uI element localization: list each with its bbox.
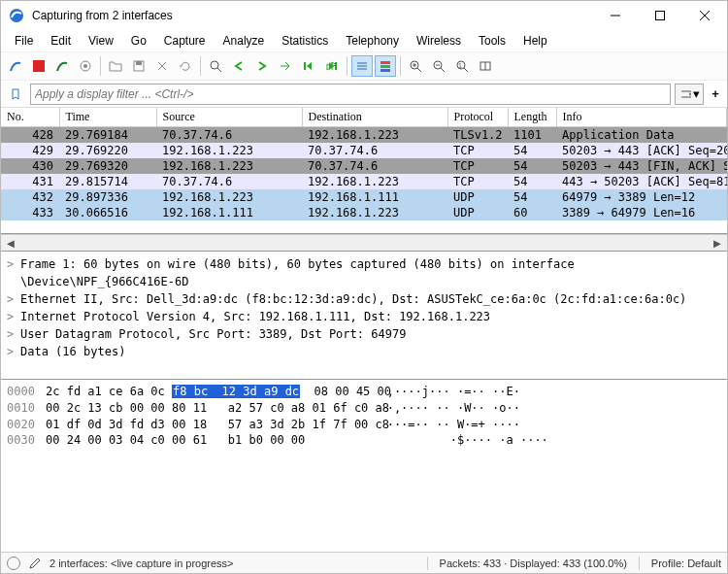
toolbar: 1 — [1, 51, 727, 81]
column-header[interactable]: Info — [556, 108, 727, 127]
chevron-right-icon[interactable]: > — [7, 325, 17, 343]
zoom-in-button[interactable] — [405, 55, 426, 77]
tree-item[interactable]: >Data (16 bytes) — [7, 343, 721, 360]
find-packet-button[interactable] — [205, 55, 226, 77]
window-controls — [593, 1, 727, 30]
svg-text:1: 1 — [458, 62, 462, 69]
menu-file[interactable]: File — [7, 32, 41, 50]
tree-item[interactable]: >Internet Protocol Version 4, Src: 192.1… — [7, 308, 721, 325]
open-file-button[interactable] — [105, 55, 126, 77]
svg-rect-21 — [381, 69, 390, 72]
menu-tools[interactable]: Tools — [471, 32, 513, 50]
zoom-out-button[interactable] — [428, 55, 449, 77]
expression-button[interactable]: ▾ — [675, 84, 704, 105]
menu-view[interactable]: View — [81, 32, 121, 50]
capture-options-button[interactable] — [75, 55, 96, 77]
filter-bar: ▾ + — [1, 81, 727, 108]
add-filter-button[interactable]: + — [708, 84, 723, 105]
hex-line[interactable]: 00002c fd a1 ce 6a 0c f8 bc 12 3d a9 dc … — [7, 384, 721, 400]
svg-line-30 — [464, 68, 468, 72]
titlebar: Capturing from 2 interfaces — [1, 1, 727, 30]
svg-rect-19 — [381, 61, 390, 64]
status-text: 2 interfaces: <live capture in progress> — [50, 557, 234, 569]
svg-point-12 — [211, 61, 218, 69]
profile-text[interactable]: Profile: Default — [651, 557, 721, 569]
first-packet-button[interactable] — [298, 55, 319, 77]
table-row[interactable]: 43229.897336192.168.1.223192.168.1.111UD… — [1, 189, 727, 205]
colorize-button[interactable] — [375, 55, 396, 77]
menu-capture[interactable]: Capture — [156, 32, 214, 50]
maximize-button[interactable] — [638, 1, 682, 30]
zoom-reset-button[interactable]: 1 — [451, 55, 473, 77]
menu-help[interactable]: Help — [515, 32, 555, 50]
tree-item[interactable]: >Ethernet II, Src: Dell_3d:a9:dc (f8:bc:… — [7, 290, 721, 308]
resize-columns-button[interactable] — [475, 55, 496, 77]
close-file-button[interactable] — [151, 55, 173, 77]
chevron-right-icon[interactable]: > — [7, 255, 17, 273]
expert-info-icon[interactable] — [7, 557, 20, 570]
hex-line[interactable]: 003000 24 00 03 04 c0 00 61 b1 b0 00 00 … — [7, 432, 721, 449]
chevron-right-icon[interactable]: > — [7, 343, 17, 360]
tree-item[interactable]: >Frame 1: 60 bytes on wire (480 bits), 6… — [7, 255, 721, 290]
column-header[interactable]: Time — [59, 108, 156, 127]
svg-rect-2 — [656, 12, 665, 20]
table-row[interactable]: 42829.76918470.37.74.6192.168.1.223TLSv1… — [1, 127, 727, 144]
table-row[interactable]: 43129.81571470.37.74.6192.168.1.223TCP54… — [1, 174, 727, 189]
statusbar: 2 interfaces: <live capture in progress>… — [1, 552, 727, 573]
save-file-button[interactable] — [128, 55, 149, 77]
svg-line-27 — [441, 68, 445, 72]
column-header[interactable]: Protocol — [447, 108, 508, 127]
hex-line[interactable]: 001000 2c 13 cb 00 00 80 11 a2 57 c0 a8 … — [7, 400, 721, 417]
svg-rect-5 — [33, 60, 45, 72]
menu-wireless[interactable]: Wireless — [409, 32, 469, 50]
prev-packet-button[interactable] — [228, 55, 249, 77]
go-to-packet-button[interactable] — [275, 55, 296, 77]
column-header[interactable]: Length — [508, 108, 556, 127]
svg-rect-9 — [136, 61, 142, 65]
packet-bytes-pane[interactable]: 00002c fd a1 ce 6a 0c f8 bc 12 3d a9 dc … — [1, 380, 727, 552]
autoscroll-button[interactable] — [351, 55, 373, 77]
packet-list-table[interactable]: No.TimeSourceDestinationProtocolLengthIn… — [1, 108, 727, 220]
menu-telephony[interactable]: Telephony — [338, 32, 407, 50]
table-row[interactable]: 43029.769320192.168.1.22370.37.74.6TCP54… — [1, 158, 727, 174]
svg-point-7 — [83, 64, 87, 68]
start-capture-button[interactable] — [5, 55, 26, 77]
close-button[interactable] — [682, 1, 727, 30]
menubar: FileEditViewGoCaptureAnalyzeStatisticsTe… — [1, 30, 727, 51]
window-title: Capturing from 2 interfaces — [32, 9, 593, 22]
packet-count-text: Packets: 433 · Displayed: 433 (100.0%) — [440, 557, 627, 569]
chevron-right-icon[interactable]: > — [7, 308, 17, 325]
table-row[interactable]: 42929.769220192.168.1.22370.37.74.6TCP54… — [1, 143, 727, 158]
svg-line-13 — [217, 68, 221, 72]
tree-item[interactable]: >User Datagram Protocol, Src Port: 3389,… — [7, 325, 721, 343]
svg-rect-20 — [381, 65, 390, 68]
horizontal-scrollbar[interactable]: ◄ ► — [1, 234, 727, 252]
restart-capture-button[interactable] — [51, 55, 73, 77]
next-packet-button[interactable] — [251, 55, 273, 77]
display-filter-input[interactable] — [30, 84, 671, 105]
stop-capture-button[interactable] — [28, 55, 50, 77]
packet-details-pane[interactable]: >Frame 1: 60 bytes on wire (480 bits), 6… — [1, 252, 727, 380]
menu-analyze[interactable]: Analyze — [215, 32, 273, 50]
scroll-left-icon[interactable]: ◄ — [3, 236, 18, 250]
menu-edit[interactable]: Edit — [43, 32, 79, 50]
column-header[interactable]: Destination — [302, 108, 447, 127]
minimize-button[interactable] — [593, 1, 638, 30]
svg-line-23 — [417, 68, 421, 72]
menu-go[interactable]: Go — [123, 32, 154, 50]
app-icon — [9, 8, 24, 23]
reload-button[interactable] — [175, 55, 196, 77]
edit-icon[interactable] — [28, 557, 42, 570]
chevron-right-icon[interactable]: > — [7, 290, 17, 308]
table-row[interactable]: 43330.066516192.168.1.111192.168.1.223UD… — [1, 205, 727, 220]
menu-statistics[interactable]: Statistics — [274, 32, 336, 50]
bookmark-icon[interactable] — [5, 84, 26, 105]
packet-list-pane[interactable]: No.TimeSourceDestinationProtocolLengthIn… — [1, 108, 727, 234]
column-header[interactable]: Source — [156, 108, 302, 127]
last-packet-button[interactable] — [321, 55, 343, 77]
column-header[interactable]: No. — [1, 108, 59, 127]
scroll-right-icon[interactable]: ► — [710, 236, 725, 250]
hex-line[interactable]: 002001 df 0d 3d fd d3 00 18 57 a3 3d 2b … — [7, 417, 721, 433]
